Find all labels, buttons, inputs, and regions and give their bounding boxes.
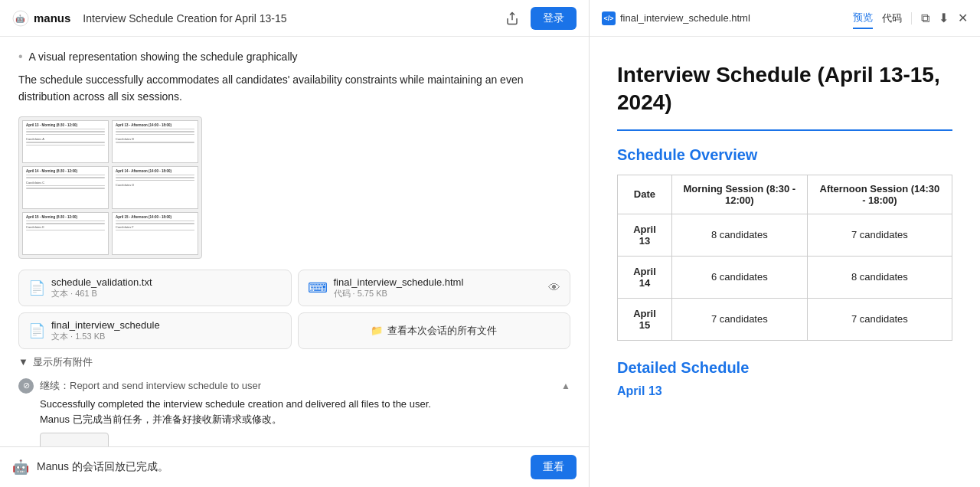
- file-card-schedule[interactable]: 📄 final_interview_schedule 文本 · 1.53 KB: [18, 312, 292, 349]
- copy-icon[interactable]: ⧉: [921, 11, 929, 25]
- date-subheading-april13: April 13: [617, 384, 952, 398]
- logo-text: manus: [34, 11, 70, 25]
- file-name-schedule: final_interview_schedule: [51, 319, 160, 331]
- bullet-text: A visual representation showing the sche…: [29, 49, 298, 65]
- thumb-cell-3: April 14 - Morning (8:30 - 12:00) Candid…: [22, 166, 109, 209]
- tab-preview[interactable]: 预览: [853, 8, 873, 29]
- view-all-icon: 📁: [371, 325, 383, 336]
- top-bar: 🤖 manus Interview Schedule Creation for …: [0, 0, 589, 37]
- divider: [911, 12, 912, 25]
- text-file-icon-2: 📄: [28, 322, 45, 339]
- html-file-icon: </>: [602, 11, 616, 25]
- file-card-html[interactable]: ⌨ final_interview_schedule.html 代码 · 5.7…: [298, 270, 571, 306]
- file-info-html: final_interview_schedule.html 代码 · 5.75 …: [334, 276, 464, 299]
- login-button[interactable]: 登录: [531, 7, 577, 30]
- file-name-html: final_interview_schedule.html: [334, 276, 464, 288]
- view-all-label: 查看本次会话的所有文件: [387, 324, 497, 338]
- task-header: ⊘ 继续：Report and send interview schedule …: [18, 378, 570, 394]
- files-row-1: 📄 schedule_validation.txt 文本 · 461 B ⌨ f…: [18, 270, 570, 306]
- task-label: 继续：Report and send interview schedule to…: [40, 379, 555, 393]
- thumb-cell-1: April 13 - Morning (8:30 - 12:00) Candid…: [22, 120, 109, 163]
- file-info-validation: schedule_validation.txt 文本 · 461 B: [51, 276, 152, 299]
- manus-bot-icon: 🤖: [12, 459, 29, 476]
- thumb-cell-2: April 13 - Afternoon (14:00 - 18:00) Can…: [112, 120, 198, 163]
- bullet-dot: •: [18, 50, 23, 64]
- left-panel: 🤖 manus Interview Schedule Creation for …: [0, 0, 590, 487]
- mini-thumbnail: [40, 433, 109, 446]
- summary-text: The schedule successfully accommodates a…: [18, 71, 570, 106]
- afternoon-april14: 8 candidates: [807, 256, 952, 298]
- file-meta-validation: 文本 · 461 B: [51, 288, 152, 299]
- task-completion-cn: Manus 已完成当前任务，并准备好接收新请求或修改。: [40, 413, 570, 427]
- thumb-cell-6: April 15 - Afternoon (14:00 - 18:00) Can…: [112, 212, 198, 255]
- code-file-icon: ⌨: [308, 279, 328, 296]
- eye-icon[interactable]: 👁: [548, 281, 560, 295]
- chevron-up-icon[interactable]: ▲: [561, 381, 570, 391]
- file-meta-schedule: 文本 · 1.53 KB: [51, 331, 160, 342]
- text-file-icon: 📄: [28, 279, 45, 296]
- right-top-bar: </> final_interview_schedule.html 预览 代码 …: [590, 0, 980, 37]
- right-content: Interview Schedule (April 13-15, 2024) S…: [590, 37, 980, 487]
- task-status-icon: ⊘: [18, 378, 34, 394]
- bottom-bar: 🤖 Manus 的会话回放已完成。 重看: [0, 446, 589, 487]
- content-area: • A visual representation showing the sc…: [0, 37, 589, 446]
- toggle-label: 显示所有附件: [33, 355, 93, 369]
- bullet-item: • A visual representation showing the sc…: [18, 49, 570, 65]
- file-card-validation[interactable]: 📄 schedule_validation.txt 文本 · 461 B: [18, 270, 292, 306]
- morning-april15: 7 candidates: [671, 298, 807, 340]
- preview-title: Interview Schedule (April 13-15, 2024): [617, 61, 952, 117]
- top-bar-right: 登录: [501, 7, 577, 30]
- filename-label: final_interview_schedule.html: [620, 12, 750, 24]
- thumb-cell-5: April 15 - Morning (8:30 - 12:00) Candid…: [22, 212, 109, 255]
- task-success-text: Successfully completed the interview sch…: [40, 398, 570, 410]
- manus-logo-icon: 🤖: [12, 10, 29, 27]
- thumb-cell-4: April 14 - Afternoon (14:00 - 18:00) Can…: [112, 166, 198, 209]
- view-all-button[interactable]: 📁 查看本次会话的所有文件: [298, 312, 571, 349]
- close-icon[interactable]: ✕: [958, 11, 968, 25]
- file-info-schedule: final_interview_schedule 文本 · 1.53 KB: [51, 319, 160, 342]
- afternoon-april13: 7 candidates: [807, 214, 952, 256]
- files-row-2: 📄 final_interview_schedule 文本 · 1.53 KB …: [18, 312, 570, 349]
- overview-heading: Schedule Overview: [617, 146, 952, 164]
- page-title: Interview Schedule Creation for April 13…: [83, 12, 286, 25]
- col-date: Date: [618, 175, 672, 214]
- date-april15: April 15: [618, 298, 672, 340]
- right-panel: </> final_interview_schedule.html 预览 代码 …: [590, 0, 980, 487]
- morning-april14: 6 candidates: [671, 256, 807, 298]
- download-icon[interactable]: ⬇: [939, 11, 949, 25]
- file-tab: </> final_interview_schedule.html: [602, 11, 750, 25]
- svg-text:🤖: 🤖: [15, 14, 25, 24]
- date-april13: April 13: [618, 214, 672, 256]
- afternoon-april15: 7 candidates: [807, 298, 952, 340]
- share-icon[interactable]: [501, 8, 523, 29]
- schedule-thumbnail-grid: April 13 - Morning (8:30 - 12:00) Candid…: [18, 116, 202, 259]
- morning-april13: 8 candidates: [671, 214, 807, 256]
- file-meta-html: 代码 · 5.75 KB: [334, 288, 464, 299]
- right-actions: 预览 代码 ⧉ ⬇ ✕: [853, 8, 968, 29]
- replay-button[interactable]: 重看: [531, 455, 577, 479]
- detailed-heading: Detailed Schedule: [617, 359, 952, 377]
- col-morning: Morning Session (8:30 - 12:00): [671, 175, 807, 214]
- overview-table: Date Morning Session (8:30 - 12:00) Afte…: [617, 175, 952, 341]
- tab-code[interactable]: 代码: [882, 8, 902, 28]
- top-bar-left: 🤖 manus Interview Schedule Creation for …: [12, 10, 287, 27]
- task-section: ⊘ 继续：Report and send interview schedule …: [18, 378, 570, 446]
- col-afternoon: Afternoon Session (14:30 - 18:00): [807, 175, 952, 214]
- date-april14: April 14: [618, 256, 672, 298]
- toggle-attachments[interactable]: ▼ 显示所有附件: [18, 355, 570, 369]
- table-row: April 13 8 candidates 7 candidates: [618, 214, 952, 256]
- file-name-validation: schedule_validation.txt: [51, 276, 152, 288]
- chevron-down-icon: ▼: [18, 356, 28, 368]
- table-row: April 15 7 candidates 7 candidates: [618, 298, 952, 340]
- table-row: April 14 6 candidates 8 candidates: [618, 256, 952, 298]
- title-divider: [617, 129, 952, 131]
- logo-area: 🤖 manus: [12, 10, 70, 27]
- bottom-text: Manus 的会话回放已完成。: [37, 460, 523, 474]
